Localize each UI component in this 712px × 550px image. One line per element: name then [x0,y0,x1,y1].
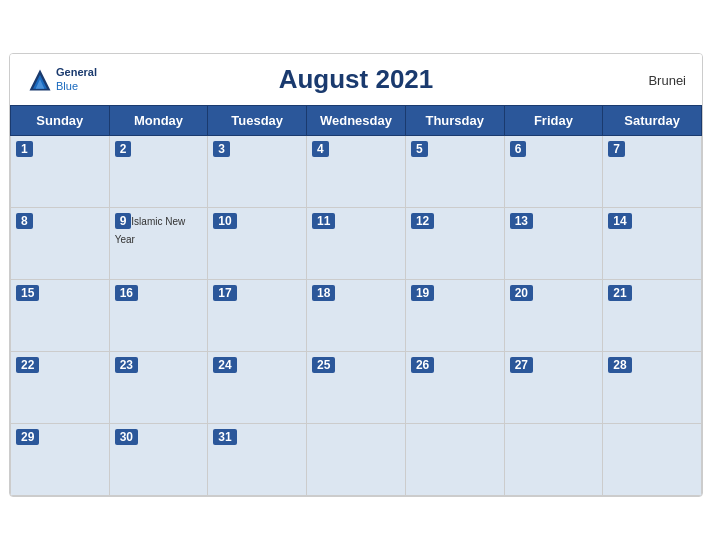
day-cell: 11 [307,208,406,280]
day-cell: 16 [109,280,208,352]
day-cell: 2 [109,136,208,208]
day-cell: 23 [109,352,208,424]
day-number: 14 [608,213,631,229]
calendar-header: General Blue August 2021 Brunei [10,54,702,105]
calendar-title: August 2021 [279,64,434,95]
day-cell: 25 [307,352,406,424]
logo-blue: Blue [56,80,78,92]
day-cell [405,424,504,496]
header-wednesday: Wednesday [307,106,406,136]
day-cell: 15 [11,280,110,352]
day-number: 4 [312,141,329,157]
day-number: 22 [16,357,39,373]
day-number: 8 [16,213,33,229]
week-row-4: 22232425262728 [11,352,702,424]
calendar: General Blue August 2021 Brunei Sunday M… [9,53,703,497]
day-number: 1 [16,141,33,157]
header-sunday: Sunday [11,106,110,136]
day-cell: 29 [11,424,110,496]
day-cell: 8 [11,208,110,280]
header-tuesday: Tuesday [208,106,307,136]
day-cell: 14 [603,208,702,280]
day-cell: 4 [307,136,406,208]
day-cell: 28 [603,352,702,424]
day-cell: 5 [405,136,504,208]
country-label: Brunei [648,72,686,87]
day-number: 26 [411,357,434,373]
day-number: 23 [115,357,138,373]
day-number: 10 [213,213,236,229]
day-cell: 19 [405,280,504,352]
day-cell: 3 [208,136,307,208]
day-cell: 1 [11,136,110,208]
day-number: 7 [608,141,625,157]
day-cell: 21 [603,280,702,352]
day-number: 12 [411,213,434,229]
day-cell: 7 [603,136,702,208]
day-cell [504,424,603,496]
week-row-2: 89Islamic New Year1011121314 [11,208,702,280]
day-number: 6 [510,141,527,157]
day-number: 18 [312,285,335,301]
day-number: 21 [608,285,631,301]
calendar-body: 123456789Islamic New Year101112131415161… [11,136,702,496]
day-number: 3 [213,141,230,157]
day-number: 27 [510,357,533,373]
logo: General Blue [26,66,97,94]
day-cell [307,424,406,496]
day-number: 5 [411,141,428,157]
logo-text: General Blue [56,66,97,92]
day-cell [603,424,702,496]
day-cell: 17 [208,280,307,352]
week-row-3: 15161718192021 [11,280,702,352]
day-cell: 10 [208,208,307,280]
day-number: 9 [115,213,132,229]
day-number: 24 [213,357,236,373]
day-cell: 13 [504,208,603,280]
header-friday: Friday [504,106,603,136]
day-cell: 20 [504,280,603,352]
day-number: 31 [213,429,236,445]
day-number: 13 [510,213,533,229]
week-row-5: 293031 [11,424,702,496]
day-cell: 9Islamic New Year [109,208,208,280]
day-cell: 31 [208,424,307,496]
header-saturday: Saturday [603,106,702,136]
logo-icon [26,66,54,94]
day-cell: 26 [405,352,504,424]
day-cell: 22 [11,352,110,424]
logo-general: General [56,66,97,78]
day-number: 15 [16,285,39,301]
day-cell: 6 [504,136,603,208]
day-number: 2 [115,141,132,157]
day-number: 19 [411,285,434,301]
day-number: 11 [312,213,335,229]
day-number: 20 [510,285,533,301]
header-monday: Monday [109,106,208,136]
day-number: 30 [115,429,138,445]
day-cell: 24 [208,352,307,424]
calendar-table: Sunday Monday Tuesday Wednesday Thursday… [10,105,702,496]
day-number: 17 [213,285,236,301]
day-cell: 12 [405,208,504,280]
header-thursday: Thursday [405,106,504,136]
day-number: 29 [16,429,39,445]
weekday-header-row: Sunday Monday Tuesday Wednesday Thursday… [11,106,702,136]
day-number: 16 [115,285,138,301]
day-cell: 18 [307,280,406,352]
day-cell: 30 [109,424,208,496]
day-number: 25 [312,357,335,373]
week-row-1: 1234567 [11,136,702,208]
day-cell: 27 [504,352,603,424]
day-number: 28 [608,357,631,373]
